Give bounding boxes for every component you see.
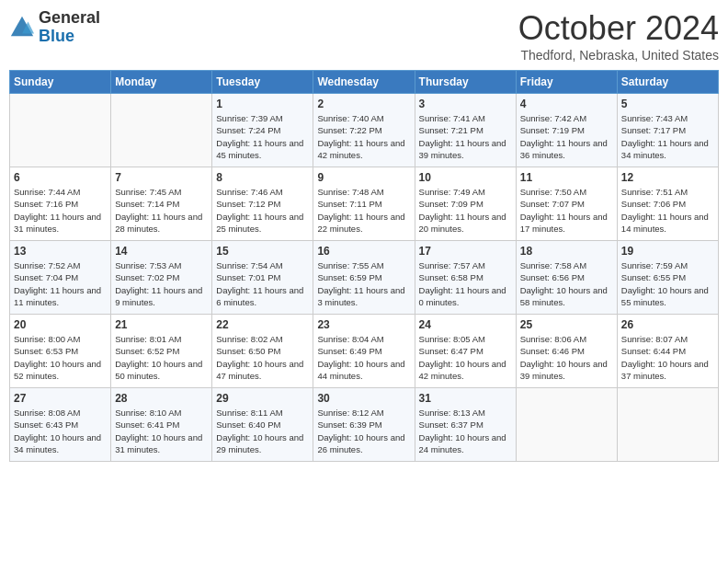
cell-content: Sunrise: 7:46 AM Sunset: 7:12 PM Dayligh…: [216, 186, 309, 235]
weekday-header-row: SundayMondayTuesdayWednesdayThursdayFrid…: [10, 71, 719, 94]
calendar-cell: 8Sunrise: 7:46 AM Sunset: 7:12 PM Daylig…: [212, 167, 313, 241]
cell-content: Sunrise: 8:06 AM Sunset: 6:46 PM Dayligh…: [520, 333, 613, 382]
calendar-cell: 13Sunrise: 7:52 AM Sunset: 7:04 PM Dayli…: [10, 241, 111, 315]
cell-content: Sunrise: 7:45 AM Sunset: 7:14 PM Dayligh…: [115, 186, 208, 235]
weekday-header-cell: Saturday: [617, 71, 718, 94]
cell-content: Sunrise: 8:11 AM Sunset: 6:40 PM Dayligh…: [216, 407, 309, 455]
day-number: 22: [216, 318, 309, 331]
calendar-cell: 27Sunrise: 8:08 AM Sunset: 6:43 PM Dayli…: [10, 388, 111, 462]
month-title: October 2024: [518, 9, 719, 48]
day-number: 25: [520, 318, 613, 331]
cell-content: Sunrise: 7:43 AM Sunset: 7:17 PM Dayligh…: [621, 112, 714, 161]
calendar-cell: 12Sunrise: 7:51 AM Sunset: 7:06 PM Dayli…: [617, 167, 718, 241]
calendar-cell: 14Sunrise: 7:53 AM Sunset: 7:02 PM Dayli…: [111, 241, 212, 315]
day-number: 19: [621, 245, 714, 258]
calendar-cell: 22Sunrise: 8:02 AM Sunset: 6:50 PM Dayli…: [212, 315, 313, 388]
calendar-cell: 15Sunrise: 7:54 AM Sunset: 7:01 PM Dayli…: [212, 241, 313, 315]
calendar-week-row: 20Sunrise: 8:00 AM Sunset: 6:53 PM Dayli…: [10, 315, 719, 388]
calendar-cell: 10Sunrise: 7:49 AM Sunset: 7:09 PM Dayli…: [415, 167, 516, 241]
calendar-week-row: 1Sunrise: 7:39 AM Sunset: 7:24 PM Daylig…: [10, 94, 719, 167]
day-number: 28: [115, 392, 208, 405]
day-number: 10: [419, 171, 512, 184]
cell-content: Sunrise: 8:01 AM Sunset: 6:52 PM Dayligh…: [115, 333, 208, 382]
day-number: 2: [317, 98, 410, 110]
cell-content: Sunrise: 7:40 AM Sunset: 7:22 PM Dayligh…: [317, 112, 410, 161]
calendar-cell: [111, 94, 212, 167]
calendar-cell: 31Sunrise: 8:13 AM Sunset: 6:37 PM Dayli…: [415, 388, 516, 462]
cell-content: Sunrise: 8:04 AM Sunset: 6:49 PM Dayligh…: [317, 333, 410, 382]
day-number: 26: [621, 318, 714, 331]
calendar-cell: 19Sunrise: 7:59 AM Sunset: 6:55 PM Dayli…: [617, 241, 718, 315]
day-number: 16: [317, 245, 410, 258]
calendar-cell: 25Sunrise: 8:06 AM Sunset: 6:46 PM Dayli…: [516, 315, 617, 388]
calendar-cell: 17Sunrise: 7:57 AM Sunset: 6:58 PM Dayli…: [415, 241, 516, 315]
day-number: 17: [419, 245, 512, 258]
cell-content: Sunrise: 8:05 AM Sunset: 6:47 PM Dayligh…: [419, 333, 512, 382]
cell-content: Sunrise: 7:44 AM Sunset: 7:16 PM Dayligh…: [14, 186, 107, 235]
day-number: 12: [621, 171, 714, 184]
day-number: 31: [419, 392, 512, 405]
cell-content: Sunrise: 7:53 AM Sunset: 7:02 PM Dayligh…: [115, 259, 208, 308]
cell-content: Sunrise: 7:50 AM Sunset: 7:07 PM Dayligh…: [520, 186, 613, 235]
cell-content: Sunrise: 7:52 AM Sunset: 7:04 PM Dayligh…: [14, 259, 107, 308]
calendar-cell: [617, 388, 718, 462]
title-block: October 2024 Thedford, Nebraska, United …: [518, 9, 719, 63]
calendar-cell: 2Sunrise: 7:40 AM Sunset: 7:22 PM Daylig…: [313, 94, 415, 167]
cell-content: Sunrise: 7:51 AM Sunset: 7:06 PM Dayligh…: [621, 186, 714, 235]
logo-text: General Blue: [39, 9, 100, 46]
cell-content: Sunrise: 8:02 AM Sunset: 6:50 PM Dayligh…: [216, 333, 309, 382]
cell-content: Sunrise: 8:07 AM Sunset: 6:44 PM Dayligh…: [621, 333, 714, 382]
day-number: 11: [520, 171, 613, 184]
weekday-header-cell: Wednesday: [313, 71, 415, 94]
day-number: 13: [14, 245, 107, 258]
calendar-cell: [516, 388, 617, 462]
day-number: 24: [419, 318, 512, 331]
logo-icon: [9, 15, 35, 40]
calendar-cell: 23Sunrise: 8:04 AM Sunset: 6:49 PM Dayli…: [313, 315, 415, 388]
cell-content: Sunrise: 7:55 AM Sunset: 6:59 PM Dayligh…: [317, 259, 410, 308]
calendar-cell: 3Sunrise: 7:41 AM Sunset: 7:21 PM Daylig…: [415, 94, 516, 167]
logo: General Blue: [9, 9, 100, 46]
logo-general: General: [39, 8, 100, 27]
day-number: 6: [14, 171, 107, 184]
day-number: 5: [621, 98, 714, 110]
day-number: 15: [216, 245, 309, 258]
calendar-cell: 30Sunrise: 8:12 AM Sunset: 6:39 PM Dayli…: [313, 388, 415, 462]
day-number: 7: [115, 171, 208, 184]
cell-content: Sunrise: 7:58 AM Sunset: 6:56 PM Dayligh…: [520, 259, 613, 308]
page-header: General Blue October 2024 Thedford, Nebr…: [9, 9, 719, 63]
calendar-cell: 26Sunrise: 8:07 AM Sunset: 6:44 PM Dayli…: [617, 315, 718, 388]
day-number: 1: [216, 98, 309, 110]
day-number: 9: [317, 171, 410, 184]
logo-blue: Blue: [39, 27, 74, 45]
weekday-header-cell: Thursday: [415, 71, 516, 94]
cell-content: Sunrise: 7:49 AM Sunset: 7:09 PM Dayligh…: [419, 186, 512, 235]
calendar-cell: 4Sunrise: 7:42 AM Sunset: 7:19 PM Daylig…: [516, 94, 617, 167]
cell-content: Sunrise: 7:41 AM Sunset: 7:21 PM Dayligh…: [419, 112, 512, 161]
day-number: 18: [520, 245, 613, 258]
calendar-table: SundayMondayTuesdayWednesdayThursdayFrid…: [9, 70, 719, 462]
cell-content: Sunrise: 7:54 AM Sunset: 7:01 PM Dayligh…: [216, 259, 309, 308]
calendar-cell: 20Sunrise: 8:00 AM Sunset: 6:53 PM Dayli…: [10, 315, 111, 388]
weekday-header-cell: Monday: [111, 71, 212, 94]
cell-content: Sunrise: 8:08 AM Sunset: 6:43 PM Dayligh…: [14, 407, 107, 455]
calendar-week-row: 27Sunrise: 8:08 AM Sunset: 6:43 PM Dayli…: [10, 388, 719, 462]
cell-content: Sunrise: 7:48 AM Sunset: 7:11 PM Dayligh…: [317, 186, 410, 235]
calendar-cell: 7Sunrise: 7:45 AM Sunset: 7:14 PM Daylig…: [111, 167, 212, 241]
weekday-header-cell: Friday: [516, 71, 617, 94]
calendar-cell: 6Sunrise: 7:44 AM Sunset: 7:16 PM Daylig…: [10, 167, 111, 241]
day-number: 29: [216, 392, 309, 405]
day-number: 4: [520, 98, 613, 110]
day-number: 8: [216, 171, 309, 184]
calendar-body: 1Sunrise: 7:39 AM Sunset: 7:24 PM Daylig…: [10, 94, 719, 462]
calendar-cell: 16Sunrise: 7:55 AM Sunset: 6:59 PM Dayli…: [313, 241, 415, 315]
calendar-cell: [10, 94, 111, 167]
calendar-cell: 1Sunrise: 7:39 AM Sunset: 7:24 PM Daylig…: [212, 94, 313, 167]
day-number: 20: [14, 318, 107, 331]
calendar-cell: 11Sunrise: 7:50 AM Sunset: 7:07 PM Dayli…: [516, 167, 617, 241]
calendar-cell: 21Sunrise: 8:01 AM Sunset: 6:52 PM Dayli…: [111, 315, 212, 388]
location: Thedford, Nebraska, United States: [518, 48, 719, 63]
calendar-cell: 24Sunrise: 8:05 AM Sunset: 6:47 PM Dayli…: [415, 315, 516, 388]
day-number: 23: [317, 318, 410, 331]
calendar-cell: 29Sunrise: 8:11 AM Sunset: 6:40 PM Dayli…: [212, 388, 313, 462]
